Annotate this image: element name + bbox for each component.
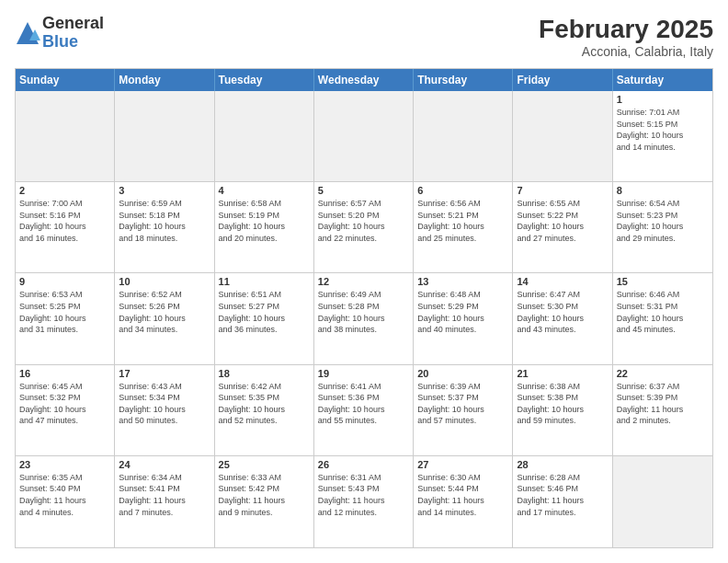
header-day-friday: Friday <box>513 69 612 91</box>
month-title: February 2025 <box>539 15 713 44</box>
cal-cell: 8Sunrise: 6:54 AM Sunset: 5:23 PM Daylig… <box>613 182 712 272</box>
day-number: 9 <box>19 276 110 287</box>
title-block: February 2025 Acconia, Calabria, Italy <box>539 15 713 59</box>
cell-info: Sunrise: 7:00 AM Sunset: 5:16 PM Dayligh… <box>19 199 86 243</box>
cal-cell: 20Sunrise: 6:39 AM Sunset: 5:37 PM Dayli… <box>414 365 513 455</box>
cell-info: Sunrise: 6:51 AM Sunset: 5:27 PM Dayligh… <box>219 290 286 334</box>
cell-info: Sunrise: 6:34 AM Sunset: 5:41 PM Dayligh… <box>119 473 186 517</box>
cell-info: Sunrise: 7:01 AM Sunset: 5:15 PM Dayligh… <box>617 108 684 152</box>
cal-cell: 26Sunrise: 6:31 AM Sunset: 5:43 PM Dayli… <box>314 456 414 547</box>
day-number: 27 <box>417 459 508 470</box>
cell-info: Sunrise: 6:37 AM Sunset: 5:39 PM Dayligh… <box>617 382 684 426</box>
cal-cell: 15Sunrise: 6:46 AM Sunset: 5:31 PM Dayli… <box>613 273 712 363</box>
cell-info: Sunrise: 6:33 AM Sunset: 5:42 PM Dayligh… <box>219 473 286 517</box>
cal-cell: 7Sunrise: 6:55 AM Sunset: 5:22 PM Daylig… <box>513 182 612 272</box>
calendar: SundayMondayTuesdayWednesdayThursdayFrid… <box>15 68 713 548</box>
cal-cell: 2Sunrise: 7:00 AM Sunset: 5:16 PM Daylig… <box>16 182 115 272</box>
cell-info: Sunrise: 6:43 AM Sunset: 5:34 PM Dayligh… <box>119 382 186 426</box>
week-row-1: 2Sunrise: 7:00 AM Sunset: 5:16 PM Daylig… <box>16 182 712 273</box>
cell-info: Sunrise: 6:52 AM Sunset: 5:26 PM Dayligh… <box>119 290 186 334</box>
cell-info: Sunrise: 6:45 AM Sunset: 5:32 PM Dayligh… <box>19 382 86 426</box>
cal-cell: 22Sunrise: 6:37 AM Sunset: 5:39 PM Dayli… <box>613 365 712 455</box>
week-row-0: 1Sunrise: 7:01 AM Sunset: 5:15 PM Daylig… <box>16 91 712 182</box>
cell-info: Sunrise: 6:31 AM Sunset: 5:43 PM Dayligh… <box>318 473 385 517</box>
logo-blue: Blue <box>42 33 104 52</box>
cal-cell: 19Sunrise: 6:41 AM Sunset: 5:36 PM Dayli… <box>314 365 414 455</box>
cal-cell <box>414 91 513 181</box>
cell-info: Sunrise: 6:57 AM Sunset: 5:20 PM Dayligh… <box>318 199 385 243</box>
week-row-3: 16Sunrise: 6:45 AM Sunset: 5:32 PM Dayli… <box>16 365 712 456</box>
cell-info: Sunrise: 6:41 AM Sunset: 5:36 PM Dayligh… <box>318 382 385 426</box>
cell-info: Sunrise: 6:48 AM Sunset: 5:29 PM Dayligh… <box>417 290 484 334</box>
page: General Blue February 2025 Acconia, Cala… <box>0 0 728 563</box>
cal-cell <box>215 91 314 181</box>
day-number: 11 <box>219 276 310 287</box>
day-number: 15 <box>617 276 709 287</box>
cell-info: Sunrise: 6:39 AM Sunset: 5:37 PM Dayligh… <box>417 382 484 426</box>
header-day-tuesday: Tuesday <box>215 69 314 91</box>
logo-icon <box>15 20 40 46</box>
cal-cell: 12Sunrise: 6:49 AM Sunset: 5:28 PM Dayli… <box>314 273 414 363</box>
cal-cell: 1Sunrise: 7:01 AM Sunset: 5:15 PM Daylig… <box>613 91 712 181</box>
cal-cell: 4Sunrise: 6:58 AM Sunset: 5:19 PM Daylig… <box>215 182 314 272</box>
logo: General Blue <box>15 15 104 52</box>
calendar-header: SundayMondayTuesdayWednesdayThursdayFrid… <box>16 69 712 91</box>
day-number: 1 <box>617 94 709 105</box>
day-number: 10 <box>119 276 210 287</box>
cal-cell: 16Sunrise: 6:45 AM Sunset: 5:32 PM Dayli… <box>16 365 115 455</box>
cal-cell: 28Sunrise: 6:28 AM Sunset: 5:46 PM Dayli… <box>513 456 612 547</box>
cal-cell: 3Sunrise: 6:59 AM Sunset: 5:18 PM Daylig… <box>115 182 214 272</box>
cell-info: Sunrise: 6:30 AM Sunset: 5:44 PM Dayligh… <box>417 473 484 517</box>
cell-info: Sunrise: 6:49 AM Sunset: 5:28 PM Dayligh… <box>318 290 385 334</box>
cell-info: Sunrise: 6:58 AM Sunset: 5:19 PM Dayligh… <box>219 199 286 243</box>
header: General Blue February 2025 Acconia, Cala… <box>15 15 713 59</box>
logo-text: General Blue <box>42 15 104 52</box>
cal-cell <box>16 91 115 181</box>
cal-cell: 24Sunrise: 6:34 AM Sunset: 5:41 PM Dayli… <box>115 456 214 547</box>
day-number: 16 <box>19 368 110 379</box>
cal-cell: 14Sunrise: 6:47 AM Sunset: 5:30 PM Dayli… <box>513 273 612 363</box>
day-number: 19 <box>318 368 409 379</box>
cal-cell: 11Sunrise: 6:51 AM Sunset: 5:27 PM Dayli… <box>215 273 314 363</box>
header-day-sunday: Sunday <box>16 69 115 91</box>
cell-info: Sunrise: 6:55 AM Sunset: 5:22 PM Dayligh… <box>517 199 584 243</box>
day-number: 23 <box>19 459 110 470</box>
day-number: 21 <box>517 368 608 379</box>
day-number: 7 <box>517 185 608 196</box>
day-number: 13 <box>417 276 508 287</box>
header-day-thursday: Thursday <box>414 69 513 91</box>
location: Acconia, Calabria, Italy <box>539 44 713 59</box>
day-number: 3 <box>119 185 210 196</box>
cal-cell <box>115 91 214 181</box>
day-number: 2 <box>19 185 110 196</box>
day-number: 12 <box>318 276 409 287</box>
day-number: 5 <box>318 185 409 196</box>
day-number: 4 <box>219 185 310 196</box>
cell-info: Sunrise: 6:47 AM Sunset: 5:30 PM Dayligh… <box>517 290 584 334</box>
cal-cell: 5Sunrise: 6:57 AM Sunset: 5:20 PM Daylig… <box>314 182 414 272</box>
cal-cell <box>314 91 414 181</box>
cell-info: Sunrise: 6:35 AM Sunset: 5:40 PM Dayligh… <box>19 473 86 517</box>
week-row-4: 23Sunrise: 6:35 AM Sunset: 5:40 PM Dayli… <box>16 456 712 547</box>
cal-cell: 13Sunrise: 6:48 AM Sunset: 5:29 PM Dayli… <box>414 273 513 363</box>
cal-cell: 27Sunrise: 6:30 AM Sunset: 5:44 PM Dayli… <box>414 456 513 547</box>
cell-info: Sunrise: 6:56 AM Sunset: 5:21 PM Dayligh… <box>417 199 484 243</box>
cal-cell: 17Sunrise: 6:43 AM Sunset: 5:34 PM Dayli… <box>115 365 214 455</box>
cal-cell: 6Sunrise: 6:56 AM Sunset: 5:21 PM Daylig… <box>414 182 513 272</box>
cell-info: Sunrise: 6:42 AM Sunset: 5:35 PM Dayligh… <box>219 382 286 426</box>
cal-cell <box>513 91 612 181</box>
day-number: 17 <box>119 368 210 379</box>
cell-info: Sunrise: 6:59 AM Sunset: 5:18 PM Dayligh… <box>119 199 186 243</box>
day-number: 28 <box>517 459 608 470</box>
cal-cell: 9Sunrise: 6:53 AM Sunset: 5:25 PM Daylig… <box>16 273 115 363</box>
header-day-wednesday: Wednesday <box>314 69 414 91</box>
day-number: 22 <box>617 368 709 379</box>
cal-cell: 25Sunrise: 6:33 AM Sunset: 5:42 PM Dayli… <box>215 456 314 547</box>
logo-general: General <box>42 15 104 33</box>
day-number: 18 <box>219 368 310 379</box>
cell-info: Sunrise: 6:46 AM Sunset: 5:31 PM Dayligh… <box>617 290 684 334</box>
cell-info: Sunrise: 6:28 AM Sunset: 5:46 PM Dayligh… <box>517 473 584 517</box>
day-number: 26 <box>318 459 409 470</box>
cal-cell: 10Sunrise: 6:52 AM Sunset: 5:26 PM Dayli… <box>115 273 214 363</box>
cell-info: Sunrise: 6:54 AM Sunset: 5:23 PM Dayligh… <box>617 199 684 243</box>
